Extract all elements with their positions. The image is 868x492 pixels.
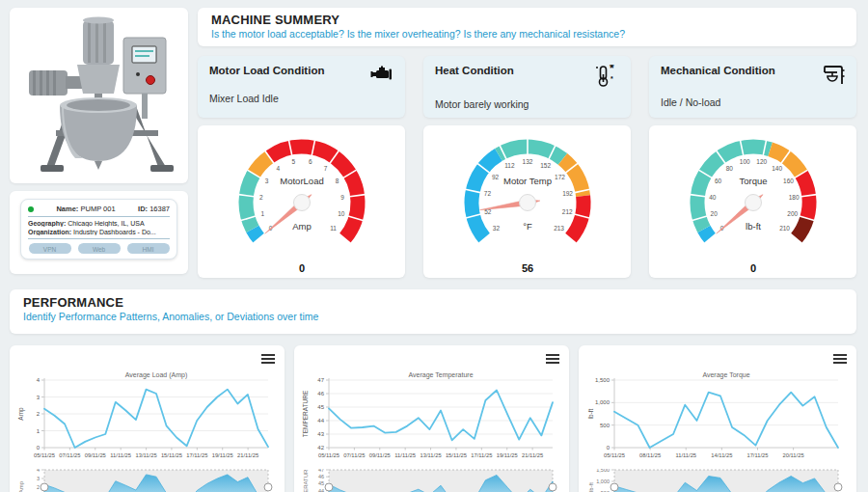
svg-text:Amp: Amp <box>18 480 24 492</box>
average-load-chart: Average Load (Amp)Amp0123405/11/2507/11/… <box>15 369 277 465</box>
heat-condition-status: Motor barely working <box>435 98 619 110</box>
svg-text:11/11/25: 11/11/25 <box>675 452 696 458</box>
svg-text:47: 47 <box>318 469 324 473</box>
svg-text:2: 2 <box>37 484 40 490</box>
svg-text:44: 44 <box>318 488 324 492</box>
name-label: Name: <box>56 205 78 213</box>
svg-text:TEMPERATURE: TEMPERATURE <box>302 390 309 437</box>
svg-text:4: 4 <box>276 165 280 172</box>
svg-text:192: 192 <box>562 190 573 197</box>
motor-temp-gauge: 32527292112132152172192212213Motor Temp°… <box>431 125 624 278</box>
svg-text:*: * <box>610 65 614 75</box>
svg-text:140: 140 <box>772 165 782 172</box>
svg-text:lb-ft: lb-ft <box>588 482 594 492</box>
chart-menu-icon[interactable] <box>261 354 275 364</box>
svg-text:56: 56 <box>521 262 532 274</box>
web-button[interactable]: Web <box>78 243 121 254</box>
svg-text:45: 45 <box>318 480 324 486</box>
svg-text:500: 500 <box>600 423 610 428</box>
svg-text:09/11/25: 09/11/25 <box>369 452 391 458</box>
svg-text:Torque: Torque <box>739 176 767 186</box>
svg-text:212: 212 <box>561 208 572 215</box>
svg-text:11: 11 <box>330 225 337 232</box>
svg-text:160: 160 <box>783 178 794 184</box>
svg-text:lb-ft: lb-ft <box>746 221 761 232</box>
machine-summary-title: MACHINE SUMMERY <box>211 13 843 27</box>
svg-text:09/11/25: 09/11/25 <box>85 452 106 458</box>
svg-text:1,500: 1,500 <box>596 469 610 473</box>
organization-row: Organization: Industry Dashboards - Do..… <box>28 227 170 236</box>
svg-text:°F: °F <box>523 221 532 232</box>
svg-text:0: 0 <box>298 262 304 274</box>
svg-text:Average Temperature: Average Temperature <box>408 371 473 379</box>
id-label: ID: <box>138 205 148 213</box>
hmi-button[interactable]: HMI <box>127 243 170 254</box>
svg-text:20/11/25: 20/11/25 <box>783 452 804 458</box>
chart-menu-icon[interactable] <box>546 354 559 364</box>
svg-text:32: 32 <box>492 225 500 232</box>
vpn-button[interactable]: VPN <box>29 243 71 254</box>
average-temperature-navigator[interactable]: TEMPERATURE424344454647 <box>300 469 561 492</box>
svg-text:8: 8 <box>335 178 339 184</box>
svg-text:72: 72 <box>483 190 491 197</box>
svg-text:05/11/25: 05/11/25 <box>604 452 625 458</box>
average-temperature-chart: Average TemperatureTEMPERATURE4243444546… <box>300 369 561 465</box>
mechanical-condition-status: Idle / No-load <box>661 96 845 108</box>
svg-text:13/11/25: 13/11/25 <box>420 452 441 458</box>
stand-mixer-icon <box>822 65 845 86</box>
svg-text:07/11/25: 07/11/25 <box>59 452 80 458</box>
svg-text:4: 4 <box>37 377 41 383</box>
mechanical-condition-card: Mechanical Condition Idle / No-load <box>649 56 856 118</box>
svg-text:9: 9 <box>340 194 344 201</box>
svg-text:80: 80 <box>725 165 733 172</box>
svg-text:180: 180 <box>788 194 799 201</box>
svg-text:17/11/25: 17/11/25 <box>186 452 207 458</box>
machine-image <box>19 14 178 177</box>
svg-text:0: 0 <box>37 445 41 451</box>
svg-text:17/11/25: 17/11/25 <box>471 452 492 458</box>
svg-text:46: 46 <box>318 474 324 479</box>
svg-text:TEMPERATURE: TEMPERATURE <box>303 469 309 492</box>
name-value: PUMP 001 <box>80 205 115 213</box>
svg-text:5: 5 <box>291 158 295 165</box>
machine-id: ID: 16387 <box>138 205 170 213</box>
motor-load-condition-status: Mixer Load Idle <box>209 93 393 104</box>
machine-info-panel: Name: PUMP 001 ID: 16387 Geography: Chic… <box>10 191 188 274</box>
chart-menu-icon[interactable] <box>833 354 847 364</box>
svg-text:92: 92 <box>491 174 499 180</box>
svg-text:1,500: 1,500 <box>595 377 610 383</box>
svg-text:1: 1 <box>260 210 264 217</box>
svg-text:1: 1 <box>37 428 41 434</box>
svg-text:15/11/25: 15/11/25 <box>446 452 467 458</box>
svg-text:1,000: 1,000 <box>595 399 610 405</box>
mechanical-condition-title: Mechanical Condition <box>661 65 775 76</box>
svg-text:200: 200 <box>787 210 798 217</box>
svg-text:15/11/25: 15/11/25 <box>161 452 182 458</box>
motor-load-condition-card: Motor Load Condition Mixer Load Idle <box>198 56 405 118</box>
average-torque-chart-card: Average Torquelb-ft05001,0001,50005/11/2… <box>579 345 856 492</box>
svg-text:08/11/25: 08/11/25 <box>639 452 661 458</box>
torque-gauge: 020406080100120140160180200210Torquelb-f… <box>657 125 850 278</box>
torque-gauge-card: 020406080100120140160180200210Torquelb-f… <box>649 125 856 278</box>
svg-text:40: 40 <box>709 194 717 201</box>
svg-text:2: 2 <box>37 411 41 417</box>
machine-info-rows: Geography: Chicago Heights, IL, USA Orga… <box>28 217 170 239</box>
svg-text:3: 3 <box>264 178 268 184</box>
average-torque-chart: Average Torquelb-ft05001,0001,50005/11/2… <box>584 369 848 465</box>
performance-header: PERFORMANCE Identify Performance Pattern… <box>10 289 856 334</box>
svg-text:07/11/25: 07/11/25 <box>343 452 365 458</box>
svg-text:4: 4 <box>37 469 40 473</box>
svg-text:Amp: Amp <box>17 407 25 421</box>
svg-text:47: 47 <box>317 377 324 383</box>
svg-text:0: 0 <box>749 262 755 274</box>
average-load-navigator[interactable]: Amp01234 <box>15 469 277 492</box>
machine-summary-subtitle: Is the motor load acceptable? Is the mix… <box>211 28 843 40</box>
average-torque-navigator[interactable]: lb-ft05001,0001,500 <box>584 469 848 492</box>
svg-text:11/11/25: 11/11/25 <box>394 452 416 458</box>
connection-buttons: VPN Web HMI <box>28 239 170 254</box>
id-value: 16387 <box>149 205 170 213</box>
svg-text:0: 0 <box>607 445 610 451</box>
svg-text:17/11/25: 17/11/25 <box>746 452 768 458</box>
average-load-chart-card: Average Load (Amp)Amp0123405/11/2507/11/… <box>10 345 285 492</box>
svg-text:45: 45 <box>317 404 324 410</box>
